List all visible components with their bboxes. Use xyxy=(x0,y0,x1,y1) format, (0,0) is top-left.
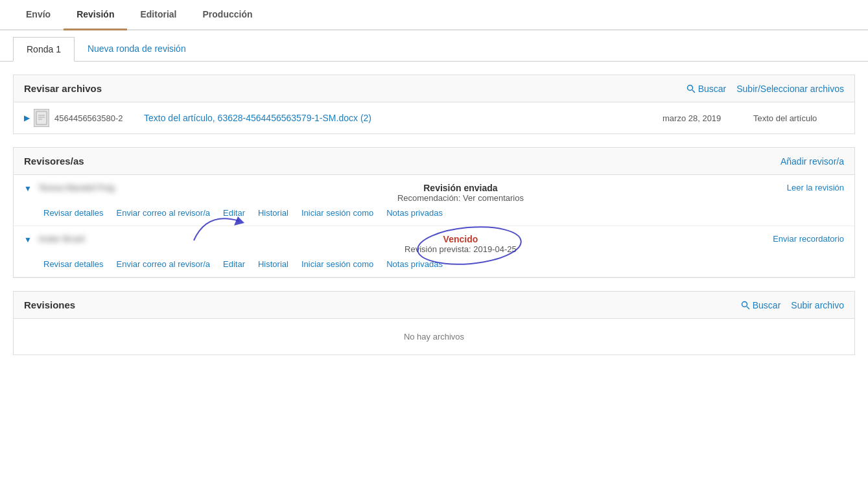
enviar-correo-2[interactable]: Enviar correo al revisor/a xyxy=(117,259,211,269)
sub-tab-ronda1[interactable]: Ronda 1 xyxy=(13,37,75,62)
revisores-header: Revisores/as Añadir revisor/a xyxy=(14,148,854,175)
revisar-archivos-section: Revisar archivos Buscar Subir/Selecciona… xyxy=(13,75,855,134)
revisar-archivos-actions: Buscar Subir/Seleccionar archivos xyxy=(686,84,844,94)
reviewer-toggle-2[interactable]: ▼ xyxy=(24,235,32,244)
reviewer-row-2: ▼ Ander Brueil Vencido Revisión prevista… xyxy=(14,226,854,277)
añadir-revisor-button[interactable]: Añadir revisor/a xyxy=(780,156,844,167)
tab-revision[interactable]: Revisión xyxy=(64,0,127,30)
revisar-detalles-1[interactable]: Revisar detalles xyxy=(43,208,104,218)
svg-point-8 xyxy=(742,301,747,307)
sub-tab-nueva-ronda[interactable]: Nueva ronda de revisión xyxy=(75,37,199,61)
historial-1[interactable]: Historial xyxy=(258,208,288,218)
reviewer-name-1: Teresa Mandell Puig xyxy=(38,183,155,192)
revisiones-title: Revisiones xyxy=(24,299,75,310)
file-toggle[interactable]: ▶ xyxy=(24,113,30,122)
iniciar-sesion-1[interactable]: Iniciar sesión como xyxy=(301,208,373,218)
file-id: 4564456563580-2 xyxy=(54,113,139,123)
revisores-section: Revisores/as Añadir revisor/a ▼ Teresa M… xyxy=(13,147,855,278)
file-row: ▶ 4564456563580-2 Texto del artículo, 63… xyxy=(14,102,854,133)
reviewer-status-2: Vencido xyxy=(443,234,478,244)
reviewer-status-1: Revisión enviada xyxy=(155,183,766,193)
revisiones-empty: No hay archivos xyxy=(14,319,854,354)
subir-archivo-button[interactable]: Subir archivo xyxy=(791,300,844,310)
buscar-archivos-button[interactable]: Buscar xyxy=(686,84,727,94)
revisar-detalles-2[interactable]: Revisar detalles xyxy=(43,259,104,269)
file-name-link[interactable]: Texto del artículo, 63628-4564456563579-… xyxy=(144,113,663,123)
revisiones-header: Revisiones Buscar Subir archivo xyxy=(14,292,854,319)
file-type: Texto del artículo xyxy=(753,113,844,123)
svg-point-0 xyxy=(687,85,692,90)
tab-produccion[interactable]: Producción xyxy=(190,0,266,30)
svg-line-1 xyxy=(692,90,695,93)
search-icon xyxy=(686,84,696,93)
search-icon-revisiones xyxy=(741,301,750,310)
tab-envio[interactable]: Envío xyxy=(13,0,64,30)
iniciar-sesion-2[interactable]: Iniciar sesión como xyxy=(301,259,373,269)
sub-tab-bar: Ronda 1 Nueva ronda de revisión xyxy=(0,37,868,62)
historial-2[interactable]: Historial xyxy=(258,259,288,269)
notas-privadas-1[interactable]: Notas privadas xyxy=(386,208,443,218)
enviar-correo-1[interactable]: Enviar correo al revisor/a xyxy=(117,208,211,218)
buscar-revisiones-button[interactable]: Buscar xyxy=(741,300,781,310)
notas-privadas-2[interactable]: Notas privadas xyxy=(386,259,443,269)
editar-2[interactable]: Editar xyxy=(223,259,245,269)
editar-1[interactable]: Editar xyxy=(223,208,245,218)
file-date: marzo 28, 2019 xyxy=(663,113,753,123)
svg-line-9 xyxy=(747,307,749,309)
reviewer-recommendation-1: Recomendación: Ver comentarios xyxy=(155,193,766,203)
svg-rect-2 xyxy=(36,111,47,124)
reviewer-action-1[interactable]: Leer la revisión xyxy=(766,183,844,192)
reviewer-row-1: ▼ Teresa Mandell Puig Revisión enviada R… xyxy=(14,175,854,226)
revisar-archivos-header: Revisar archivos Buscar Subir/Selecciona… xyxy=(14,75,854,102)
revisores-title: Revisores/as xyxy=(24,156,84,167)
tab-editorial[interactable]: Editorial xyxy=(127,0,189,30)
top-tab-bar: Envío Revisión Editorial Producción xyxy=(0,0,868,30)
revisar-archivos-title: Revisar archivos xyxy=(24,83,102,94)
reviewer-name-2: Ander Brueil xyxy=(38,234,155,244)
reviewer-toggle-1[interactable]: ▼ xyxy=(24,184,32,193)
file-icon xyxy=(34,109,49,127)
revisiones-section: Revisiones Buscar Subir archivo No hay a… xyxy=(13,291,855,355)
subir-seleccionar-archivos-button[interactable]: Subir/Seleccionar archivos xyxy=(736,84,844,94)
reviewer-recommendation-2: Revisión prevista: 2019-04-25 xyxy=(155,244,766,254)
reviewer-action-2[interactable]: Enviar recordatorio xyxy=(766,234,844,244)
